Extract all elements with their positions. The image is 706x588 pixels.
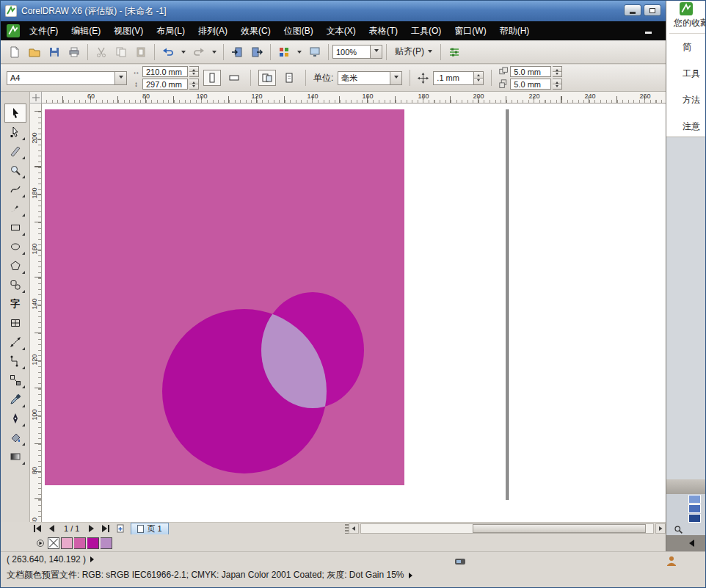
last-page-button[interactable] — [98, 523, 113, 534]
ellipse-tool[interactable] — [4, 237, 26, 256]
palette-flyout-button[interactable] — [34, 537, 46, 548]
previous-page-button[interactable] — [45, 523, 59, 534]
paper-width-spinner[interactable] — [189, 66, 199, 77]
duplicate-y-input[interactable]: 5.0 mm — [510, 79, 551, 90]
parallel-dimension-tool[interactable] — [4, 333, 26, 352]
menu-arrange[interactable]: 排列(A) — [192, 21, 234, 40]
horizontal-scroll-thumb[interactable] — [473, 524, 646, 533]
paste-button[interactable] — [131, 43, 150, 62]
ruler-origin[interactable] — [30, 92, 42, 104]
paper-preset-select[interactable]: A4 — [7, 71, 127, 85]
print-button[interactable] — [65, 43, 84, 62]
add-page-button[interactable] — [113, 523, 128, 534]
canvas-zoom-button[interactable] — [666, 523, 706, 535]
cut-button[interactable] — [92, 43, 111, 62]
blend-tool[interactable] — [4, 371, 26, 390]
palette-swatch-2[interactable] — [74, 537, 86, 549]
status-device-icon[interactable] — [454, 556, 466, 567]
next-page-button[interactable] — [84, 523, 98, 534]
status-flyout-icon[interactable] — [90, 556, 97, 562]
menu-effects[interactable]: 效果(C) — [234, 21, 277, 40]
hint-link-3[interactable]: 方法 — [683, 94, 700, 106]
options-button[interactable] — [445, 43, 464, 62]
mdi-minimize-button[interactable] — [641, 25, 655, 37]
basic-shapes-tool[interactable] — [4, 275, 26, 294]
app-launcher-icon[interactable] — [7, 24, 20, 37]
menu-table[interactable]: 表格(T) — [363, 21, 404, 40]
vertical-ruler[interactable]: 200 180 160 140 120 100 80 60 — [30, 104, 42, 522]
paper-preset-dropdown-arrow[interactable] — [115, 71, 127, 85]
menu-view[interactable]: 视图(V) — [107, 21, 150, 40]
paper-width-input[interactable]: 210.0 mm — [142, 66, 188, 77]
application-launcher-dropdown[interactable] — [294, 43, 305, 62]
crop-tool[interactable] — [4, 142, 26, 161]
zoom-level-select[interactable]: 100% — [332, 45, 382, 59]
color-eyedropper-tool[interactable] — [4, 390, 26, 409]
page-tab[interactable]: 页 1 — [131, 523, 168, 534]
hint-link-1[interactable]: 简 — [683, 41, 691, 54]
rectangle-tool[interactable] — [4, 218, 26, 237]
palette-color-blue-2[interactable] — [688, 504, 701, 513]
first-page-button[interactable] — [30, 523, 45, 534]
palette-scroll-button[interactable] — [666, 535, 706, 551]
zoom-dropdown-arrow[interactable] — [371, 45, 382, 59]
menu-layout[interactable]: 布局(L) — [150, 21, 192, 40]
nudge-input[interactable]: .1 mm — [433, 71, 484, 85]
all-pages-button[interactable] — [258, 70, 276, 86]
welcome-screen-button[interactable] — [305, 43, 324, 62]
nudge-spinner[interactable] — [474, 71, 484, 85]
restore-button[interactable] — [644, 4, 661, 16]
palette-swatch-3[interactable] — [87, 537, 99, 549]
menu-text[interactable]: 文本(X) — [320, 21, 363, 40]
horizontal-scrollbar[interactable] — [360, 523, 654, 534]
pick-tool[interactable] — [4, 104, 26, 123]
copy-button[interactable] — [112, 43, 131, 62]
artistic-media-tool[interactable] — [4, 199, 26, 218]
menu-bitmaps[interactable]: 位图(B) — [277, 21, 320, 40]
duplicate-x-spinner[interactable] — [553, 66, 562, 77]
polygon-tool[interactable] — [4, 256, 26, 275]
table-tool[interactable] — [4, 313, 26, 333]
shape-tool[interactable] — [4, 123, 26, 142]
outline-pen-tool[interactable] — [4, 409, 26, 428]
units-dropdown-arrow[interactable] — [390, 71, 402, 85]
hint-link-4[interactable]: 注意 — [683, 120, 700, 133]
redo-dropdown-button[interactable] — [209, 43, 219, 62]
minimize-button[interactable] — [624, 4, 641, 16]
user-account-icon[interactable] — [666, 555, 677, 567]
profile-flyout-icon[interactable] — [409, 573, 415, 578]
interactive-fill-tool[interactable] — [4, 447, 26, 466]
duplicate-y-spinner[interactable] — [553, 79, 562, 90]
straight-line-connector-tool[interactable] — [4, 352, 26, 371]
drawing-surface[interactable] — [42, 104, 666, 522]
palette-swatch-4[interactable] — [101, 537, 112, 549]
menu-edit[interactable]: 编辑(E) — [65, 21, 107, 40]
menu-tools[interactable]: 工具(O) — [404, 21, 448, 40]
fill-tool[interactable] — [4, 428, 26, 447]
units-select[interactable]: 毫米 — [338, 71, 402, 85]
scroll-left-button[interactable] — [349, 523, 359, 534]
export-button[interactable] — [247, 43, 266, 62]
application-launcher-button[interactable] — [274, 43, 294, 62]
undo-dropdown-button[interactable] — [178, 43, 189, 62]
current-page-button[interactable] — [280, 70, 298, 86]
scroll-right-button[interactable] — [655, 523, 666, 534]
paper-height-spinner[interactable] — [189, 79, 199, 90]
menu-window[interactable]: 窗口(W) — [448, 21, 492, 40]
horizontal-ruler[interactable]: 60 80 100 120 140 160 180 200 220 240 26… — [42, 92, 666, 104]
new-document-button[interactable] — [5, 43, 24, 62]
menu-help[interactable]: 帮助(H) — [493, 21, 536, 40]
menu-file[interactable]: 文件(F) — [23, 21, 65, 40]
text-tool[interactable]: 字 — [4, 294, 26, 313]
duplicate-x-input[interactable]: 5.0 mm — [510, 66, 551, 77]
save-button[interactable] — [45, 43, 64, 62]
zoom-tool[interactable] — [4, 161, 26, 180]
hint-link-2[interactable]: 工具 — [683, 68, 700, 80]
palette-color-blue-3[interactable] — [688, 514, 701, 523]
freehand-tool[interactable] — [4, 180, 26, 199]
undo-button[interactable] — [159, 43, 178, 62]
palette-color-blue-1[interactable] — [688, 495, 701, 504]
drawing-canvas[interactable] — [42, 104, 666, 522]
snap-to-button[interactable]: 贴齐(P) — [390, 43, 437, 62]
import-button[interactable] — [228, 43, 247, 62]
